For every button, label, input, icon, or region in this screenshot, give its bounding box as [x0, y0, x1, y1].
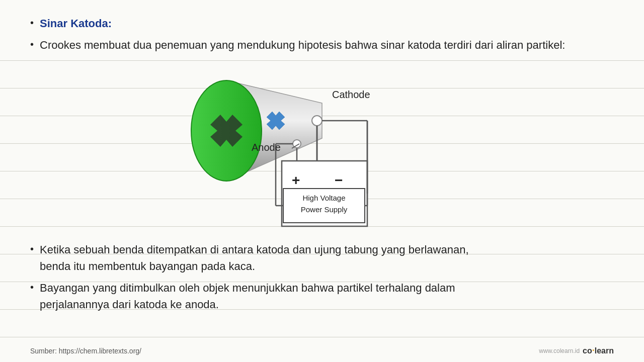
bullet-3-text: Ketika sebuah benda ditempatkan di antar…: [40, 241, 469, 275]
bullet-4: • Bayangan yang ditimbulkan oleh objek m…: [30, 280, 614, 313]
colearn-brand: co·learn: [583, 345, 614, 356]
svg-text:Power Supply: Power Supply: [301, 205, 348, 214]
bullet-3: • Ketika sebuah benda ditempatkan di ant…: [30, 241, 614, 275]
bullet-1: • Sinar Katoda:: [30, 15, 614, 32]
anode-label: Anode: [252, 142, 281, 153]
cathode-label: Cathode: [332, 89, 370, 100]
bullet-4-text: Bayangan yang ditimbulkan oleh objek men…: [40, 280, 455, 313]
cathode-ray-diagram: + − High Voltage Power Supply: [141, 45, 382, 236]
colearn-url: www.colearn.id: [539, 347, 580, 354]
slide: • Sinar Katoda: • Crookes membuat dua pe…: [0, 0, 644, 362]
bullet-dot-4: •: [30, 282, 34, 293]
bullet-dot-1: •: [30, 17, 34, 29]
svg-text:+: +: [292, 172, 300, 188]
bottom-bullets: • Ketika sebuah benda ditempatkan di ant…: [30, 241, 614, 318]
svg-point-2: [312, 116, 322, 126]
diagram-container: + − High Voltage Power Supply: [141, 45, 382, 236]
bullet-dot-2: •: [30, 39, 34, 50]
footer: Sumber: https://chem.libretexts.org/ www…: [30, 345, 614, 356]
svg-text:−: −: [335, 172, 343, 188]
footer-source: Sumber: https://chem.libretexts.org/: [30, 347, 141, 355]
svg-text:High Voltage: High Voltage: [302, 194, 345, 202]
bullet-dot-3: •: [30, 243, 34, 255]
bullet-1-title: Sinar Katoda:: [40, 15, 112, 32]
colearn-logo: www.colearn.id co·learn: [539, 345, 614, 356]
